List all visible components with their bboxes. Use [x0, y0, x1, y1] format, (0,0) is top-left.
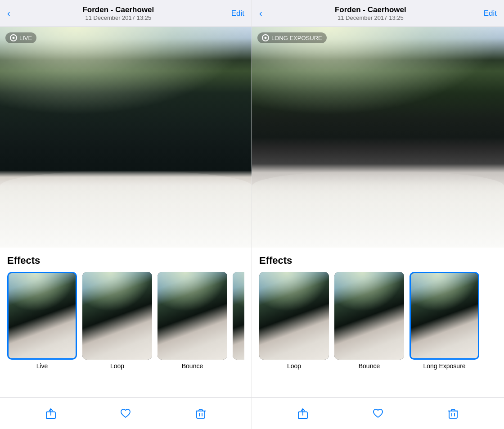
effect-long-exposure-thumb: [410, 272, 479, 360]
left-subtitle: 11 December 2017 13:25: [10, 14, 226, 21]
right-back-button[interactable]: ‹: [259, 8, 262, 18]
effect-bounce[interactable]: Bounce: [158, 272, 227, 370]
left-edit-button[interactable]: Edit: [226, 9, 244, 18]
right-title: Forden - Caerhowel: [262, 5, 479, 14]
left-delete-button[interactable]: [194, 407, 207, 420]
left-effects-title: Effects: [7, 255, 244, 266]
right-share-button[interactable]: [297, 407, 309, 420]
effect-live-thumb: [7, 272, 77, 360]
right-effects: Effects Loop Bounce Long Exp: [252, 248, 504, 374]
left-toolbar: [0, 397, 252, 429]
effect-bounce-label: Bounce: [182, 362, 203, 370]
effect-bounce-thumb: [158, 272, 227, 360]
effect-right-loop-thumb: [259, 272, 329, 360]
right-photo: LONG EXPOSURE: [252, 27, 504, 248]
effect-right-bounce-label: Bounce: [359, 362, 380, 370]
left-share-button[interactable]: [45, 407, 57, 420]
left-panel: ‹ Forden - Caerhowel 11 December 2017 13…: [0, 0, 252, 429]
effect-right-loop[interactable]: Loop: [259, 272, 329, 370]
svg-rect-2: [197, 411, 205, 418]
live-icon: [10, 34, 17, 41]
left-effects: Effects Live Loop Bounce: [0, 248, 252, 374]
left-badge: LIVE: [5, 32, 36, 43]
right-effects-title: Effects: [259, 255, 497, 266]
right-toolbar: [252, 397, 504, 429]
left-title: Forden - Caerhowel: [10, 5, 226, 14]
right-badge: LONG EXPOSURE: [257, 32, 327, 43]
right-photo-scene: [252, 27, 504, 248]
effect-loop-label: Loop: [110, 362, 124, 370]
right-header: ‹ Forden - Caerhowel 11 December 2017 13…: [252, 0, 504, 27]
effect-right-loop-label: Loop: [287, 362, 301, 370]
left-header: ‹ Forden - Caerhowel 11 December 2017 13…: [0, 0, 252, 27]
right-subtitle: 11 December 2017 13:25: [262, 14, 479, 21]
left-photo-scene: [0, 27, 252, 248]
left-photo: LIVE: [0, 27, 252, 248]
effect-next-partial: [233, 272, 244, 360]
right-like-button[interactable]: [372, 407, 384, 420]
effect-long-exposure[interactable]: Long Exposure: [410, 272, 479, 370]
left-back-button[interactable]: ‹: [7, 8, 10, 18]
effect-loop[interactable]: Loop: [82, 272, 152, 370]
right-effects-row: Loop Bounce Long Exposure: [259, 272, 497, 370]
effect-live-label: Live: [36, 362, 48, 370]
effect-live[interactable]: Live: [7, 272, 77, 370]
right-panel: ‹ Forden - Caerhowel 11 December 2017 13…: [252, 0, 504, 429]
left-like-button[interactable]: [119, 407, 132, 420]
long-exposure-icon: [262, 34, 269, 41]
right-edit-button[interactable]: Edit: [479, 9, 497, 18]
right-header-center: Forden - Caerhowel 11 December 2017 13:2…: [262, 5, 479, 21]
left-effects-row: Live Loop Bounce: [7, 272, 244, 370]
left-header-center: Forden - Caerhowel 11 December 2017 13:2…: [10, 5, 226, 21]
effect-loop-thumb: [82, 272, 152, 360]
right-delete-button[interactable]: [447, 407, 459, 420]
svg-rect-11: [449, 411, 457, 418]
effect-right-bounce-thumb: [334, 272, 404, 360]
effect-long-exposure-label: Long Exposure: [423, 362, 465, 370]
effect-right-bounce[interactable]: Bounce: [334, 272, 404, 370]
